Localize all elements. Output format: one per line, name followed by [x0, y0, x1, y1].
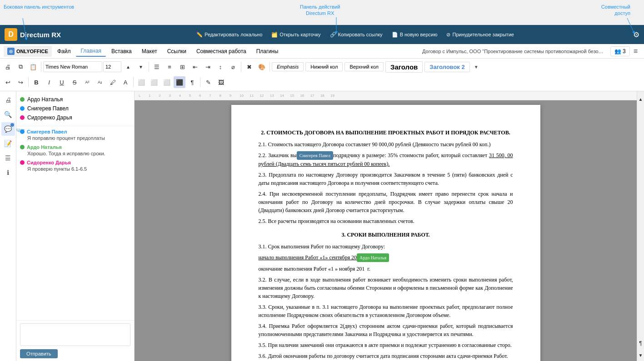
tooltip-ardo: Ардо Наталья	[357, 253, 389, 262]
main-layout: 🖨 🔍 💬 📝 ☰ ℹ Чат Ардо Наталья	[0, 91, 644, 361]
subscript-button[interactable]: A₂	[94, 76, 106, 88]
strikethrough-button[interactable]: S	[69, 76, 80, 88]
menu-file[interactable]: Файл	[53, 46, 75, 56]
paragraph-button[interactable]: ¶	[186, 76, 198, 88]
style-emphasis[interactable]: Emphasis	[272, 62, 304, 71]
tb-sep-3	[241, 62, 241, 72]
user-count-button[interactable]: 👥 3	[610, 46, 630, 56]
bold-button[interactable]: B	[30, 76, 42, 88]
doc-page: 2. СТОИМОСТЬ ДОГОВОРА НА ВЫПОЛНЕНИЕ ПРОЕ…	[231, 105, 540, 361]
superscript-button[interactable]: A²	[81, 76, 93, 88]
doc-p22: 2.2. Заказчик выСнигерев Павелподрядчику…	[259, 151, 513, 168]
list-multi-button[interactable]: ⊞	[176, 61, 188, 73]
sidebar-print-button[interactable]: 🖨	[1, 93, 15, 107]
app-logo: D Directum RX	[5, 28, 77, 41]
list-increase-button[interactable]: ⇥	[202, 61, 214, 73]
copy-button[interactable]: ⧉	[15, 61, 26, 73]
msg3-user: Сидоренко Дарья	[27, 160, 71, 165]
clear-format-button[interactable]: ⌀	[227, 61, 239, 73]
sidebar-chat-button[interactable]: 💬	[1, 122, 15, 136]
sidebar-info-button[interactable]: ℹ	[1, 166, 15, 179]
font-increase-button[interactable]: ▲	[122, 61, 134, 73]
user-name-3: Сидоренко Дарья	[27, 114, 72, 121]
font-color-button[interactable]: A	[120, 76, 131, 88]
style-header[interactable]: Верхний кол	[344, 62, 384, 71]
chat-input[interactable]	[20, 323, 130, 346]
new-version-button[interactable]: 📄 В новую версию	[388, 30, 441, 40]
msg1-dot	[20, 129, 25, 134]
chat-msg-3: Сидоренко Дарья Я проверю пункты 6.1-6.5	[20, 160, 130, 172]
card-icon: 🗂️	[271, 32, 278, 38]
user-name-2: Снигерев Павел	[27, 105, 69, 112]
align-left-button[interactable]: ⬜	[135, 76, 147, 88]
copy-link-button[interactable]: 🔗 Копировать ссылку	[326, 30, 386, 40]
sidebar-search-button[interactable]: 🔍	[1, 108, 15, 121]
top-bar: D Directum RX ✏️ Редактировать локально …	[0, 25, 644, 44]
user-dot-1	[20, 97, 25, 102]
msg2-text: Хорошо. Тогда я исправлю сроки.	[27, 151, 130, 156]
list-decrease-button[interactable]: ⇤	[189, 61, 201, 73]
paint-button[interactable]: 🎨	[256, 61, 268, 73]
redo-button[interactable]: ↪	[15, 76, 26, 88]
list-bullet-button[interactable]: ☰	[151, 61, 163, 73]
font-decrease-button[interactable]: ▼	[135, 61, 147, 73]
font-name-input[interactable]	[43, 61, 102, 72]
sidebar-annotation: Боковая панель инструментов	[4, 4, 74, 10]
share-button[interactable]: ⚙	[633, 30, 639, 39]
user-name-1: Ардо Наталья	[27, 96, 63, 103]
doc-p31-okonchan: окончание выполнения Работ «1 » ноября 2…	[259, 265, 513, 273]
tb-sep-7	[200, 77, 200, 87]
msg2-user: Ардо Наталья	[27, 144, 62, 150]
sidebar-list-button[interactable]: ☰	[1, 151, 15, 165]
style-footer[interactable]: Нижний кол	[305, 62, 343, 71]
paste-button[interactable]: 📋	[27, 61, 39, 73]
tb-sep-1	[41, 62, 41, 72]
open-card-button[interactable]: 🗂️ Открыть карточку	[268, 30, 324, 40]
menu-collaboration[interactable]: Совместная работа	[192, 46, 251, 56]
align-center-button[interactable]: ⬜	[148, 76, 160, 88]
styles-expand-button[interactable]: ▼	[472, 61, 481, 72]
sort-button[interactable]: ↕	[215, 61, 226, 73]
menu-layout[interactable]: Макет	[137, 46, 162, 56]
menu-home[interactable]: Главная	[76, 46, 106, 57]
undo-button[interactable]: ↩	[2, 76, 14, 88]
msg3-text: Я проверю пункты 6.1-6.5	[27, 166, 130, 172]
menu-plugins[interactable]: Плагины	[252, 46, 283, 56]
edit-local-button[interactable]: ✏️ Редактировать локально	[193, 30, 266, 40]
menu-hamburger[interactable]: ≡	[631, 46, 640, 57]
force-close-button[interactable]: ⊘ Принудительное закрытие	[443, 30, 517, 40]
send-button[interactable]: Отправить	[20, 349, 58, 358]
doc-scroll[interactable]: 2. СТОИМОСТЬ ДОГОВОРА НА ВЫПОЛНЕНИЕ ПРОЕ…	[135, 100, 637, 361]
font-size-input[interactable]	[103, 61, 121, 72]
chat-user-1: Ардо Наталья	[20, 95, 130, 104]
chat-msg-1: Снигерев Павел Я поправлю процент предоп…	[20, 129, 130, 141]
menu-references[interactable]: Ссылки	[163, 46, 191, 56]
tb-sep-5	[28, 77, 29, 87]
chat-msg-2-header: Ардо Наталья	[20, 144, 130, 150]
highlight-button[interactable]: 🖊	[107, 76, 119, 88]
msg1-user: Снигерев Павел	[27, 129, 67, 134]
eraser-button[interactable]: ✖	[243, 61, 255, 73]
style-heading1[interactable]: Заголов	[385, 61, 423, 73]
doc-title: Договор с Импульс, ООО "Проектирование с…	[422, 49, 604, 54]
chat-users: Ардо Наталья Снигерев Павел Сидоренко Да…	[16, 91, 134, 126]
doc-p31-title: 3.1. Срок выполнения Работ по настоящему…	[259, 242, 513, 251]
align-justify-button[interactable]: ⬛	[174, 76, 185, 88]
link-icon: 🔗	[330, 32, 336, 38]
list-number-button[interactable]: ≡	[164, 61, 175, 73]
doc-p24: 2.4. При несвоевременной поступлении пре…	[259, 190, 513, 214]
app-name: Directum RX	[20, 31, 61, 39]
draw-button[interactable]: ✎	[202, 76, 214, 88]
doc-p36: 3.6. Датой окончания работы по договору …	[259, 352, 513, 360]
menu-insert[interactable]: Вставка	[107, 46, 136, 56]
underline-button[interactable]: U	[56, 76, 68, 88]
image-button[interactable]: 🖼	[215, 76, 227, 88]
print-button[interactable]: 🖨	[2, 61, 14, 73]
onlyoffice-button[interactable]: ◎ ONLYOFFICE	[4, 46, 52, 57]
style-heading2[interactable]: Заголовок 2	[424, 62, 469, 72]
sidebar-comments-button[interactable]: 📝	[1, 137, 15, 150]
top-bar-right: ⚙	[633, 30, 639, 39]
italic-button[interactable]: I	[43, 76, 55, 88]
chat-msg-1-header: Снигерев Павел	[20, 129, 130, 134]
align-right-button[interactable]: ⬜	[161, 76, 173, 88]
